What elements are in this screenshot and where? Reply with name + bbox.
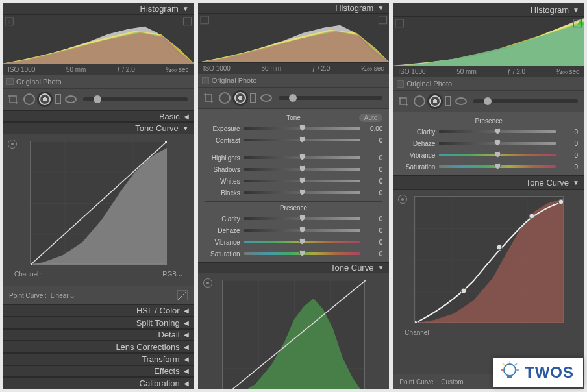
channel-row-right: Channel <box>397 325 581 340</box>
right-panel: Histogram ▼ ISO 1000 50 mm ƒ / 2.0 ¹∕₄₀₀… <box>393 3 584 389</box>
svg-rect-23 <box>395 19 403 27</box>
pencil-icon[interactable] <box>177 290 188 300</box>
radial-tool-icon[interactable] <box>260 94 272 102</box>
chevron-left-icon: ◀ <box>184 380 189 387</box>
collapse-icon: ▼ <box>182 5 189 12</box>
middle-panel: Histogram ▼ ISO 1000 50 mm ƒ / 2.0 ¹∕₄₀₀… <box>198 3 390 389</box>
section-transform[interactable]: Transform◀ <box>3 353 194 365</box>
tool-strip-mid <box>198 88 390 109</box>
section-detail[interactable]: Detail◀ <box>3 329 194 341</box>
saturation-slider[interactable]: Saturation0 <box>399 161 578 173</box>
presence-section-right: Presence Clarity0 Dehaze0 Vibrance0 Satu… <box>393 112 584 175</box>
clarity-slider[interactable]: Clarity0 <box>205 213 383 225</box>
chevron-down-icon: ▼ <box>377 264 384 271</box>
whites-slider[interactable]: Whites0 <box>205 175 383 187</box>
watermark-text: TWOS <box>525 363 574 382</box>
grad-tool-icon[interactable] <box>445 96 451 106</box>
basic-label: Basic <box>159 112 180 121</box>
original-row-right[interactable]: Original Photo <box>393 77 584 91</box>
section-effects[interactable]: Effects◀ <box>3 365 194 378</box>
svg-point-34 <box>497 245 502 250</box>
target-adjust-icon[interactable] <box>398 195 407 204</box>
iso-value: ISO 1000 <box>8 66 35 73</box>
redeye-tool-icon[interactable] <box>429 95 441 107</box>
dehaze-slider[interactable]: Dehaze0 <box>205 225 383 236</box>
tone-section: Tone Auto Exposure0.00 Contrast0 Highlig… <box>198 109 390 262</box>
section-lens[interactable]: Lens Corrections◀ <box>3 341 194 353</box>
chevron-down-icon: ▼ <box>377 5 384 12</box>
spot-tool-icon[interactable] <box>23 93 35 105</box>
svg-rect-13 <box>201 16 208 24</box>
highlights-slider[interactable]: Highlights0 <box>205 152 383 164</box>
clarity-slider[interactable]: Clarity0 <box>399 126 578 138</box>
redeye-tool-icon[interactable] <box>39 93 51 105</box>
original-row-mid[interactable]: Original Photo <box>198 74 390 88</box>
checkbox-icon[interactable] <box>397 80 404 88</box>
svg-marker-1 <box>7 19 11 24</box>
svg-point-33 <box>461 288 466 293</box>
svg-rect-7 <box>183 18 191 25</box>
crop-icon[interactable] <box>397 95 410 108</box>
grad-tool-icon[interactable] <box>250 93 256 103</box>
crop-icon[interactable] <box>202 92 215 104</box>
tone-curve-header-mid[interactable]: Tone Curve ▼ <box>198 262 390 273</box>
channel-select[interactable]: RGB ⌵ <box>162 271 182 278</box>
svg-point-35 <box>529 214 534 219</box>
left-panel: Histogram ▼ ISO 1000 50 mm ƒ / 2.0 ¹∕₄₀₀… <box>3 3 194 389</box>
vibrance-slider[interactable]: Vibrance0 <box>205 236 383 248</box>
tone-curve-graph[interactable] <box>30 141 166 264</box>
section-calibration[interactable]: Calibration◀ <box>3 377 194 389</box>
vibrance-slider[interactable]: Vibrance0 <box>399 149 578 161</box>
histogram-header[interactable]: Histogram ▼ <box>3 3 194 15</box>
watermark-badge: TWOS <box>493 358 583 387</box>
contrast-slider[interactable]: Contrast0 <box>205 134 383 146</box>
histogram-chart-mid[interactable] <box>198 14 390 63</box>
shadows-slider[interactable]: Shadows0 <box>205 164 383 175</box>
radial-tool-icon[interactable] <box>455 97 467 105</box>
svg-point-37 <box>504 364 516 376</box>
target-adjust-icon[interactable] <box>203 278 212 288</box>
brush-size-slider[interactable] <box>473 99 578 103</box>
tone-curve-graph-red[interactable] <box>414 196 564 323</box>
histogram-header-mid[interactable]: Histogram ▼ <box>198 3 390 14</box>
spot-tool-icon[interactable] <box>219 92 231 104</box>
radial-tool-icon[interactable] <box>65 95 77 103</box>
histogram-chart[interactable] <box>3 15 194 64</box>
chevron-left-icon: ◀ <box>184 356 189 363</box>
spot-tool-icon[interactable] <box>414 95 425 107</box>
svg-line-40 <box>515 363 517 365</box>
target-adjust-icon[interactable] <box>8 140 17 149</box>
svg-marker-27 <box>393 21 584 66</box>
saturation-slider[interactable]: Saturation0 <box>205 248 383 260</box>
redeye-tool-icon[interactable] <box>234 92 246 104</box>
tone-curve-header-right[interactable]: Tone Curve ▼ <box>393 175 584 190</box>
point-curve-row: Point Curve : Linear ⌵ <box>3 286 194 304</box>
dehaze-slider[interactable]: Dehaze0 <box>399 138 578 149</box>
tone-curve-header[interactable]: Tone Curve ▼ <box>3 122 194 134</box>
checkbox-icon[interactable] <box>202 77 209 84</box>
grad-tool-icon[interactable] <box>55 94 61 104</box>
blacks-slider[interactable]: Blacks0 <box>205 187 383 199</box>
point-curve-select[interactable]: Linear ⌵ <box>51 292 75 299</box>
svg-line-39 <box>503 363 505 365</box>
brush-size-slider[interactable] <box>83 97 188 101</box>
checkbox-icon[interactable] <box>6 78 14 85</box>
svg-marker-6 <box>3 32 194 63</box>
tool-strip <box>3 89 194 110</box>
histogram-header-right[interactable]: Histogram ▼ <box>393 3 584 17</box>
section-hsl[interactable]: HSL / Color◀ <box>3 304 194 317</box>
lightbulb-icon <box>497 360 522 384</box>
original-photo-row[interactable]: Original Photo <box>3 75 194 89</box>
basic-header[interactable]: Basic ◀ <box>3 110 194 123</box>
auto-button[interactable]: Auto <box>359 114 383 122</box>
exposure-slider[interactable]: Exposure0.00 <box>205 123 383 134</box>
crop-icon[interactable] <box>6 93 19 106</box>
histogram-chart-right[interactable] <box>393 17 584 66</box>
section-split[interactable]: Split Toning◀ <box>3 317 194 329</box>
brush-size-slider[interactable] <box>279 96 383 100</box>
chevron-left-icon: ◀ <box>184 367 189 374</box>
exif-row: ISO 1000 50 mm ƒ / 2.0 ¹∕₄₀₀ sec <box>3 64 194 75</box>
chevron-down-icon: ▼ <box>573 179 579 186</box>
point-curve-select[interactable]: Custom <box>441 378 463 386</box>
tone-curve-graph-green[interactable] <box>222 280 365 389</box>
